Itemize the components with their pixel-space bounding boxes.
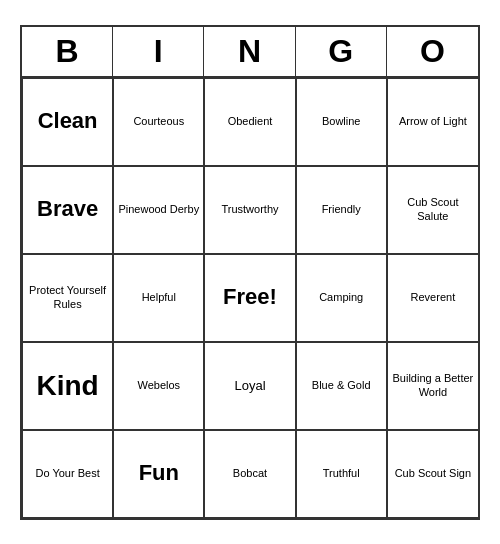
bingo-cell: Free! bbox=[204, 254, 295, 342]
bingo-cell: Camping bbox=[296, 254, 387, 342]
bingo-cell: Helpful bbox=[113, 254, 204, 342]
bingo-cell: Truthful bbox=[296, 430, 387, 518]
bingo-cell: Blue & Gold bbox=[296, 342, 387, 430]
bingo-header-letter: N bbox=[204, 27, 295, 76]
bingo-header-letter: G bbox=[296, 27, 387, 76]
bingo-header: BINGO bbox=[22, 27, 478, 78]
bingo-cell: Protect Yourself Rules bbox=[22, 254, 113, 342]
bingo-cell: Webelos bbox=[113, 342, 204, 430]
bingo-cell: Arrow of Light bbox=[387, 78, 478, 166]
bingo-cell: Pinewood Derby bbox=[113, 166, 204, 254]
bingo-cell: Bowline bbox=[296, 78, 387, 166]
bingo-card: BINGO CleanCourteousObedientBowlineArrow… bbox=[20, 25, 480, 520]
bingo-cell: Building a Better World bbox=[387, 342, 478, 430]
bingo-cell: Kind bbox=[22, 342, 113, 430]
bingo-cell: Clean bbox=[22, 78, 113, 166]
bingo-header-letter: B bbox=[22, 27, 113, 76]
bingo-cell: Obedient bbox=[204, 78, 295, 166]
bingo-cell: Cub Scout Salute bbox=[387, 166, 478, 254]
bingo-cell: Fun bbox=[113, 430, 204, 518]
bingo-cell: Friendly bbox=[296, 166, 387, 254]
bingo-cell: Trustworthy bbox=[204, 166, 295, 254]
bingo-header-letter: I bbox=[113, 27, 204, 76]
bingo-cell: Bobcat bbox=[204, 430, 295, 518]
bingo-cell: Courteous bbox=[113, 78, 204, 166]
bingo-header-letter: O bbox=[387, 27, 478, 76]
bingo-cell: Cub Scout Sign bbox=[387, 430, 478, 518]
bingo-cell: Loyal bbox=[204, 342, 295, 430]
bingo-cell: Reverent bbox=[387, 254, 478, 342]
bingo-cell: Brave bbox=[22, 166, 113, 254]
bingo-cell: Do Your Best bbox=[22, 430, 113, 518]
bingo-grid: CleanCourteousObedientBowlineArrow of Li… bbox=[22, 78, 478, 518]
